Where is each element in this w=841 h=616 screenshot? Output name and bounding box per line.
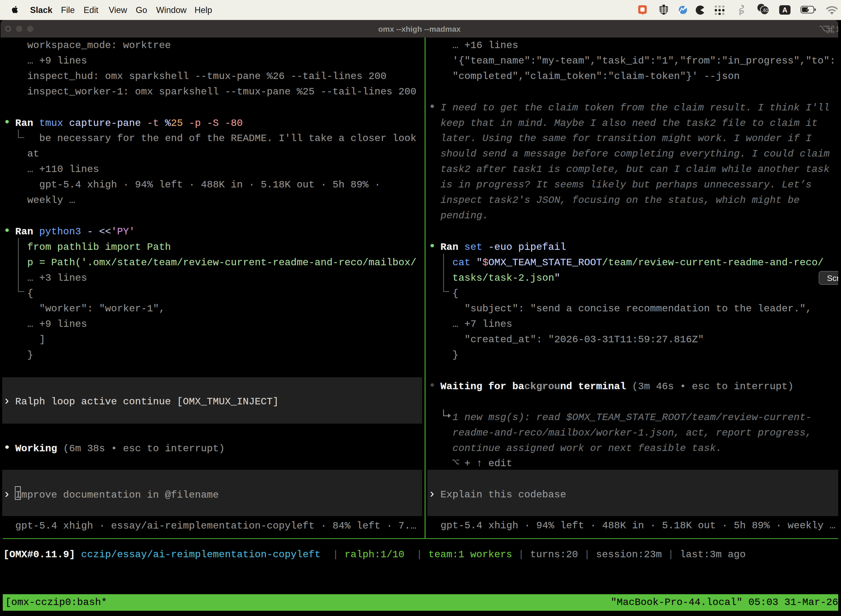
svg-text:..61: ..61 [761, 8, 768, 13]
svg-text:1: 1 [835, 25, 838, 33]
